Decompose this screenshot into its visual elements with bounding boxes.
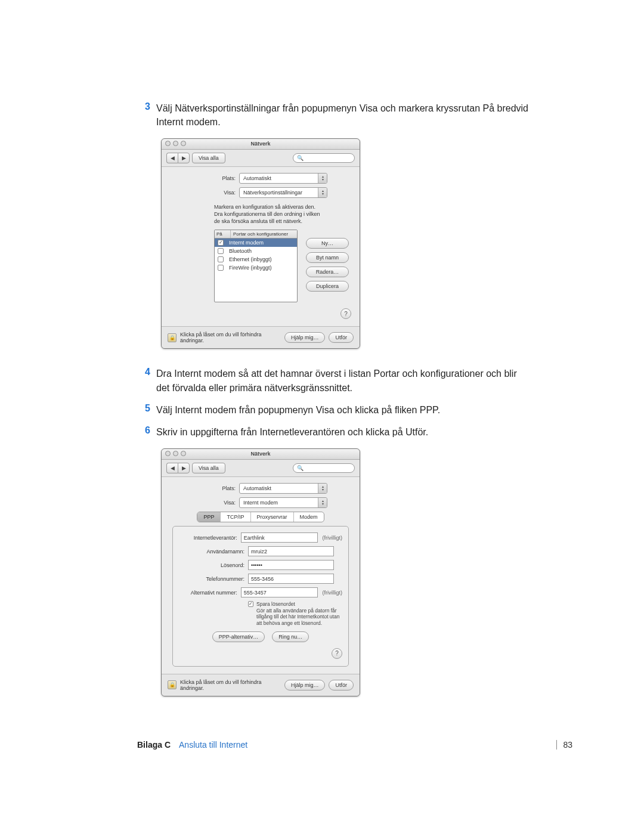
toolbar: ◀ ▶ Visa alla 🔍 (162, 150, 360, 167)
step-number: 3 (137, 101, 150, 129)
step-number: 6 (137, 425, 150, 439)
username-field[interactable]: mruiz2 (248, 546, 334, 556)
toolbar: ◀ ▶ Visa alla 🔍 (162, 460, 360, 477)
show-label: Visa: (170, 190, 239, 196)
apply-button[interactable]: Utför (329, 680, 354, 690)
isp-field[interactable]: Earthlink (241, 532, 318, 543)
screenshot-ppp: Nätverk ◀ ▶ Visa alla 🔍 Plats: Automatis… (161, 448, 360, 696)
tab-bar: PPP TCP/IP Proxyservrar Modem (170, 512, 351, 522)
page: 3 Välj Nätverksportinställningar från po… (0, 0, 644, 833)
checkbox-icon[interactable] (218, 248, 224, 254)
back-button[interactable]: ◀ (166, 153, 178, 163)
show-popup[interactable]: Internt modem▴▾ (239, 497, 327, 508)
port-list-header: På Portar och konfigurationer (215, 230, 297, 239)
page-number: 83 (556, 740, 572, 750)
step-3: 3 Välj Nätverksportinställningar från po… (137, 101, 531, 129)
help-me-button[interactable]: Hjälp mig… (284, 332, 326, 343)
step-text: Välj Internt modem från popupmenyn Visa … (156, 403, 440, 417)
show-popup[interactable]: Nätverksportinställningar▴▾ (239, 187, 327, 198)
traffic-lights (165, 141, 186, 146)
lock-text: Klicka på låset om du vill förhindra änd… (180, 332, 281, 343)
checkbox-icon[interactable] (218, 265, 224, 271)
password-field[interactable]: •••••• (248, 560, 334, 570)
tab-modem[interactable]: Modem (294, 512, 324, 522)
port-row-firewire[interactable]: FireWire (inbyggt) (215, 264, 297, 272)
forward-button[interactable]: ▶ (178, 463, 190, 473)
minimize-icon[interactable] (173, 451, 178, 456)
zoom-icon[interactable] (181, 141, 186, 146)
save-password-checkbox[interactable] (248, 601, 253, 607)
window-titlebar: Nätverk (162, 449, 360, 460)
show-all-button[interactable]: Visa alla (192, 463, 225, 473)
telephone-label: Telefonnummer: (179, 576, 248, 582)
step-text: Skriv in uppgifterna från Internetlevera… (156, 425, 428, 439)
password-label: Lösenord: (179, 562, 248, 568)
port-row-ethernet[interactable]: Ethernet (inbyggt) (215, 255, 297, 264)
dial-now-button[interactable]: Ring nu… (272, 631, 309, 642)
location-label: Plats: (170, 175, 239, 181)
altnumber-label: Alternativt nummer: (179, 590, 241, 596)
step-5: 5 Välj Internt modem från popupmenyn Vis… (137, 403, 531, 417)
close-icon[interactable] (165, 141, 171, 146)
port-row-internal-modem[interactable]: Internt modem (215, 239, 297, 247)
tab-ppp[interactable]: PPP (197, 512, 221, 522)
tab-tcpip[interactable]: TCP/IP (221, 512, 250, 522)
step-text: Dra Internt modem så att det hamnar över… (156, 367, 531, 394)
window-titlebar: Nätverk (162, 139, 360, 150)
lock-icon[interactable]: 🔒 (168, 333, 177, 342)
step-4: 4 Dra Internt modem så att det hamnar öv… (137, 367, 531, 394)
appendix-label: Bilaga C (137, 740, 171, 750)
duplicate-button[interactable]: Duplicera (306, 281, 349, 292)
optional-hint: (frivilligt) (323, 590, 343, 596)
step-number: 5 (137, 403, 150, 417)
show-label: Visa: (170, 500, 239, 506)
location-popup[interactable]: Automatiskt▴▾ (239, 483, 327, 494)
help-me-button[interactable]: Hjälp mig… (284, 680, 326, 690)
help-icon[interactable]: ? (332, 648, 342, 659)
rename-button[interactable]: Byt namn (306, 252, 349, 263)
port-row-bluetooth[interactable]: Bluetooth (215, 247, 297, 255)
altnumber-field[interactable]: 555-3457 (241, 587, 318, 597)
minimize-icon[interactable] (173, 141, 178, 146)
isp-label: Internetleverantör: (179, 535, 241, 541)
optional-hint: (frivilligt) (323, 535, 343, 541)
ppp-panel: Internetleverantör: Earthlink (frivillig… (172, 526, 349, 667)
page-footer: Bilaga C Ansluta till Internet 83 (0, 740, 644, 750)
zoom-icon[interactable] (181, 451, 186, 456)
traffic-lights (165, 451, 186, 456)
forward-button[interactable]: ▶ (178, 153, 190, 163)
screenshot-ports: Nätverk ◀ ▶ Visa alla 🔍 Plats: Automatis… (161, 138, 360, 349)
chapter-title: Ansluta till Internet (179, 740, 556, 750)
save-password-text: Spara lösenordet Gör att alla användare … (256, 601, 342, 627)
checkbox-icon[interactable] (218, 240, 224, 246)
step-text: Välj Nätverksportinställningar från popu… (156, 101, 531, 129)
port-list[interactable]: På Portar och konfigurationer Internt mo… (214, 230, 298, 302)
location-popup[interactable]: Automatiskt▴▾ (239, 173, 327, 184)
tab-proxy[interactable]: Proxyservrar (251, 512, 294, 522)
port-instructions: Markera en konfiguration så aktiveras de… (214, 204, 321, 225)
checkbox-icon[interactable] (218, 256, 224, 262)
step-6: 6 Skriv in uppgifterna från Internetleve… (137, 425, 531, 439)
telephone-field[interactable]: 555-3456 (248, 574, 334, 584)
new-button[interactable]: Ny… (306, 238, 349, 249)
back-button[interactable]: ◀ (166, 463, 178, 473)
username-label: Användarnamn: (179, 549, 248, 555)
search-icon: 🔍 (297, 465, 304, 471)
location-label: Plats: (170, 485, 239, 491)
step-number: 4 (137, 367, 150, 394)
search-icon: 🔍 (297, 155, 304, 161)
lock-icon[interactable]: 🔒 (168, 680, 177, 689)
search-input[interactable]: 🔍 (293, 153, 355, 163)
help-icon[interactable]: ? (340, 308, 351, 319)
ppp-options-button[interactable]: PPP-alternativ… (212, 631, 265, 642)
window-title: Nätverk (250, 451, 270, 457)
close-icon[interactable] (165, 451, 171, 456)
apply-button[interactable]: Utför (329, 332, 354, 343)
show-all-button[interactable]: Visa alla (192, 153, 225, 163)
window-title: Nätverk (250, 141, 270, 147)
search-input[interactable]: 🔍 (293, 463, 355, 473)
lock-text: Klicka på låset om du vill förhindra änd… (180, 679, 281, 691)
delete-button[interactable]: Radera… (306, 267, 349, 277)
